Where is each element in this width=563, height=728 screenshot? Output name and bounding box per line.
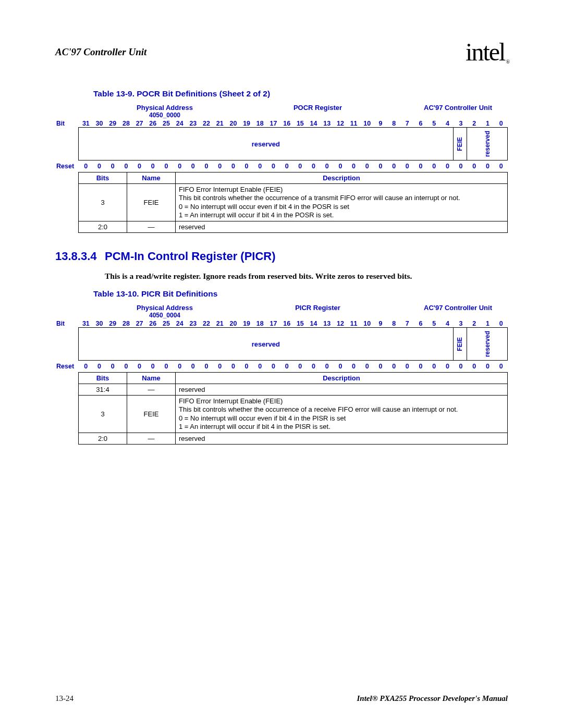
reset-value: 0 [427,363,441,370]
reset-value: 0 [441,163,455,170]
cell-name: — [127,384,176,396]
th-desc: Description [176,373,508,384]
reset-value: 0 [481,163,495,170]
bit-number: 13 [320,120,334,127]
bit-number: 7 [401,320,414,327]
reset-value: 0 [320,163,334,170]
reset-value: 0 [267,363,280,370]
bit-number: 0 [494,320,508,327]
reset-value: 0 [79,363,93,370]
bit-number: 31 [79,120,93,127]
register-header-picr: Physical Address 4050_0004 PICR Register… [55,304,508,319]
bit-number: 31 [79,320,93,327]
bit-number: 8 [387,120,401,127]
bit-number: 27 [133,320,146,327]
table-row: 31:4 — reserved [79,384,508,396]
bit-number: 20 [227,120,240,127]
reset-value: 0 [494,163,508,170]
cell-bits: 3 [79,396,127,433]
cell-name: FEIE [127,396,176,433]
bit-number: 15 [293,320,307,327]
bit-number-row-pocr: Bit 313029282726252423222120191817161514… [55,120,508,127]
table-row: 2:0 — reserved [79,221,508,233]
reset-value: 0 [227,363,240,370]
reset-value: 0 [468,163,481,170]
bit-number: 18 [253,320,267,327]
table-row: 3 FEIE FIFO Error Interrupt Enable (FEIE… [79,396,508,433]
reset-value: 0 [93,363,106,370]
bit-row-label: Bit [55,320,79,327]
th-bits: Bits [79,172,127,184]
reset-row-pocr: Reset 00000000000000000000000000000000 [55,163,508,170]
bit-number: 26 [146,120,160,127]
th-bits: Bits [79,373,127,384]
reset-value: 0 [133,363,146,370]
bit-number: 2 [468,120,481,127]
reset-value: 0 [414,163,427,170]
reset-value: 0 [133,163,146,170]
bit-number: 10 [360,320,374,327]
bit-number: 29 [106,320,119,327]
bit-number: 27 [133,120,146,127]
bit-number: 24 [173,320,187,327]
table-caption-pocr: Table 13-9. POCR Bit Definitions (Sheet … [93,89,508,98]
reset-value: 0 [334,363,347,370]
bit-number: 17 [267,120,280,127]
bit-number: 19 [240,320,253,327]
bit-number: 28 [119,120,133,127]
cell-bits: 2:0 [79,221,127,233]
bit-number: 14 [307,120,321,127]
unit-name: AC'97 Controller Unit [424,104,492,119]
registered-icon: ® [506,59,509,65]
reset-value: 0 [146,163,160,170]
reset-value: 0 [93,163,106,170]
bit-number: 5 [427,120,441,127]
reset-value: 0 [454,163,468,170]
field-feie: FEIE [454,128,468,160]
bit-number: 5 [427,320,441,327]
cell-bits: 31:4 [79,384,127,396]
bit-number: 22 [200,320,213,327]
bit-number-row-picr: Bit 313029282726252423222120191817161514… [55,320,508,327]
bit-number: 12 [334,320,347,327]
reset-value: 0 [401,363,414,370]
reset-value: 0 [200,163,213,170]
bit-number: 4 [441,320,455,327]
field-reserved-low: reserved [467,128,507,160]
bit-number: 23 [187,320,200,327]
bit-number: 21 [213,320,227,327]
reset-value: 0 [441,363,455,370]
unit-name: AC'97 Controller Unit [424,304,492,319]
section-body: This is a read/write register. Ignore re… [105,272,508,281]
reset-value: 0 [119,163,133,170]
cell-bits: 2:0 [79,433,127,445]
cell-name: FEIE [127,184,176,221]
page-header: AC'97 Controller Unit intel® [55,38,508,66]
reset-value: 0 [427,163,441,170]
reset-value: 0 [106,163,119,170]
reset-value: 0 [481,363,495,370]
reset-value: 0 [494,363,508,370]
field-reserved: reserved [79,328,454,360]
th-name: Name [127,373,176,384]
bit-number: 19 [240,120,253,127]
table-caption-picr: Table 13-10. PICR Bit Definitions [93,289,508,299]
reset-value: 0 [360,163,374,170]
bit-number: 30 [93,320,106,327]
bit-number: 15 [293,120,307,127]
cell-desc: FIFO Error Interrupt Enable (FEIE) This … [176,184,508,221]
reset-value: 0 [253,163,267,170]
cell-name: — [127,221,176,233]
section-number: 13.8.3.4 [55,250,105,263]
cell-desc: reserved [176,433,508,445]
reset-value: 0 [374,363,387,370]
chapter-title: AC'97 Controller Unit [55,46,146,58]
bit-number: 28 [119,320,133,327]
reset-value: 0 [173,363,187,370]
reset-value: 0 [200,363,213,370]
bit-number: 3 [454,320,468,327]
reset-value: 0 [347,163,361,170]
bit-number: 11 [347,320,361,327]
bit-number: 0 [494,120,508,127]
definition-table-picr: Bits Name Description 31:4 — reserved 3 … [78,372,508,445]
